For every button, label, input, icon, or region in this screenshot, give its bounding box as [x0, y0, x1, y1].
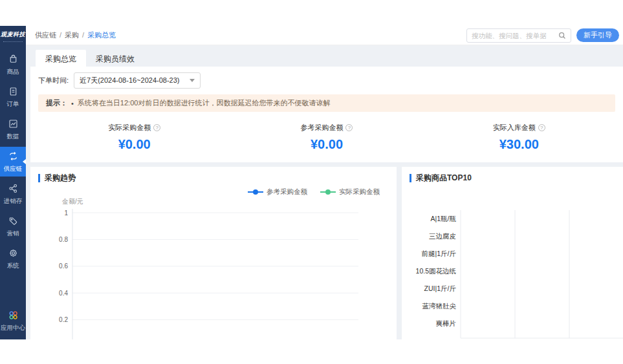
sidebar-item-label: 数据	[7, 133, 19, 141]
overview-panel: 下单时间: 近7天(2024-08-16~2024-08-23) 提示： • 系…	[30, 67, 623, 162]
sidebar-item-orders[interactable]: 订单	[0, 82, 26, 112]
top10-chart[interactable]: 00.20.4A|1瓶/瓶三边腐皮前腿|1斤/斤10.5圆花边纸ZUI|1斤/斤…	[410, 184, 623, 339]
page: 观麦科技 商品 订单 数据 供应链 进销存	[0, 0, 623, 364]
data-icon	[8, 118, 19, 131]
order-time-label: 下单时间:	[38, 76, 69, 85]
svg-text:0.8: 0.8	[59, 236, 68, 243]
svg-text:蓝湾猪肚尖: 蓝湾猪肚尖	[422, 302, 457, 310]
filter-row: 下单时间: 近7天(2024-08-16~2024-08-23)	[38, 72, 615, 89]
metric-actual-inbound: 实际入库金额? ¥30.00	[423, 121, 615, 152]
topbar: 供应链/采购/采购总览 新手引导	[26, 26, 623, 45]
order-icon	[8, 86, 19, 98]
purchase-trend-chart[interactable]: 金额/元00.20.40.60.8108-1608-1708-1808-1908…	[38, 196, 388, 339]
metric-label: 参考采购金额	[300, 123, 343, 133]
search-icon	[558, 32, 566, 39]
date-range-value: 近7天(2024-08-16~2024-08-23)	[80, 76, 179, 85]
chart-title: 采购商品TOP10	[410, 174, 615, 182]
gear-icon	[8, 248, 19, 260]
sidebar-item-marketing[interactable]: 营销	[0, 211, 26, 241]
metric-reference-purchase: 参考采购金额? ¥0.00	[230, 121, 422, 152]
sidebar-item-label: 供应链	[4, 165, 23, 173]
sidebar-item-supply-chain[interactable]: 供应链	[0, 147, 26, 177]
metric-label: 实际入库金额	[493, 123, 536, 133]
sidebar-item-goods[interactable]: 商品	[0, 50, 26, 80]
svg-text:0.4: 0.4	[59, 290, 68, 297]
chart-title: 采购趋势	[38, 174, 389, 182]
notice-bullet: •	[71, 100, 74, 107]
sidebar-item-system[interactable]: 系统	[0, 244, 26, 273]
svg-text:爽棒片: 爽棒片	[436, 319, 457, 327]
svg-text:10.5圆花边纸: 10.5圆花边纸	[416, 267, 456, 275]
svg-text:三边腐皮: 三边腐皮	[429, 232, 456, 240]
help-icon[interactable]: ?	[345, 124, 353, 131]
svg-text:前腿|1斤/斤: 前腿|1斤/斤	[422, 250, 457, 257]
breadcrumb: 供应链/采购/采购总览	[35, 30, 461, 40]
svg-text:ZUI|1斤/斤: ZUI|1斤/斤	[424, 284, 457, 292]
svg-text:0.6: 0.6	[59, 262, 68, 270]
sidebar-item-label: 进销存	[4, 197, 23, 206]
svg-text:金额/元: 金额/元	[61, 198, 83, 205]
supply-chain-icon	[8, 151, 19, 163]
legend-label: 实际采购金额	[339, 187, 380, 197]
brand-logo: 观麦科技	[0, 26, 26, 41]
help-icon[interactable]: ?	[538, 124, 545, 131]
sidebar-item-inventory[interactable]: 进销存	[0, 179, 26, 209]
sidebar-item-data[interactable]: 数据	[0, 114, 26, 144]
help-icon[interactable]: ?	[153, 124, 160, 131]
charts-row: 采购趋势 参考采购金额实际采购金额 金额/元00.20.40.60.8108-1…	[30, 167, 623, 339]
sidebar: 观麦科技 商品 订单 数据 供应链 进销存	[0, 26, 26, 339]
svg-text:0.2: 0.2	[59, 316, 68, 323]
legend-label: 参考采购金额	[267, 187, 307, 197]
bag-icon	[8, 54, 19, 66]
date-range-select[interactable]: 近7天(2024-08-16~2024-08-23)	[74, 72, 201, 89]
sidebar-item-label: 应用中心	[1, 324, 25, 332]
tab-buyer-performance[interactable]: 采购员绩效	[86, 50, 144, 67]
search-input[interactable]	[472, 32, 556, 39]
breadcrumb-item[interactable]: 供应链	[35, 31, 56, 39]
metric-value: ¥0.00	[38, 137, 230, 152]
chevron-down-icon	[190, 79, 195, 82]
top10-panel: 采购商品TOP10 00.20.4A|1瓶/瓶三边腐皮前腿|1斤/斤10.5圆花…	[402, 167, 623, 339]
content-area: 采购总览 采购员绩效 下单时间: 近7天(2024-08-16~2024-08-…	[26, 45, 623, 339]
chart-legend: 参考采购金额实际采购金额	[38, 188, 380, 196]
notice-bar: 提示： • 系统将在当日12:00对前日的数据进行统计，因数据延迟给您带来的不便…	[38, 94, 615, 112]
svg-text:A|1瓶/瓶: A|1瓶/瓶	[431, 215, 457, 222]
sidebar-item-label: 营销	[7, 230, 19, 238]
sidebar-item-app-center[interactable]: 应用中心	[0, 306, 26, 336]
sidebar-item-label: 系统	[7, 262, 19, 270]
legend-item[interactable]: 实际采购金额	[320, 188, 380, 196]
purchase-trend-panel: 采购趋势 参考采购金额实际采购金额 金额/元00.20.40.60.8108-1…	[30, 167, 397, 339]
metric-value: ¥30.00	[423, 137, 615, 152]
notice-prefix: 提示：	[46, 98, 67, 108]
notice-text: 系统将在当日12:00对前日的数据进行统计，因数据延迟给您带来的不便敬请谅解	[78, 98, 331, 108]
tab-bar: 采购总览 采购员绩效	[30, 50, 623, 67]
metrics-row: 实际采购金额? ¥0.00 参考采购金额? ¥0.00 实际入库金额? ¥30.…	[38, 112, 615, 162]
metric-actual-purchase: 实际采购金额? ¥0.00	[38, 121, 230, 152]
metric-value: ¥0.00	[230, 137, 422, 152]
marketing-icon	[8, 215, 19, 228]
app-window: 观麦科技 商品 订单 数据 供应链 进销存	[0, 26, 623, 339]
legend-item[interactable]: 参考采购金额	[248, 188, 307, 196]
beginner-guide-button[interactable]: 新手引导	[576, 28, 619, 42]
svg-text:1: 1	[64, 209, 68, 217]
inventory-icon	[8, 183, 19, 195]
breadcrumb-item[interactable]: 采购	[65, 31, 79, 39]
sidebar-item-label: 商品	[7, 68, 19, 76]
app-center-icon	[8, 310, 19, 322]
legend-marker-icon	[320, 189, 336, 195]
main-area: 供应链/采购/采购总览 新手引导 采购总览 采购员绩效 下单时间:	[26, 26, 623, 339]
global-search[interactable]	[466, 28, 571, 43]
sidebar-item-label: 订单	[7, 100, 19, 109]
brand-logo-underline	[3, 41, 23, 42]
tab-purchase-overview[interactable]: 采购总览	[36, 50, 86, 67]
breadcrumb-item-current: 采购总览	[87, 31, 116, 39]
legend-marker-icon	[248, 189, 263, 195]
metric-label: 实际采购金额	[108, 123, 151, 133]
